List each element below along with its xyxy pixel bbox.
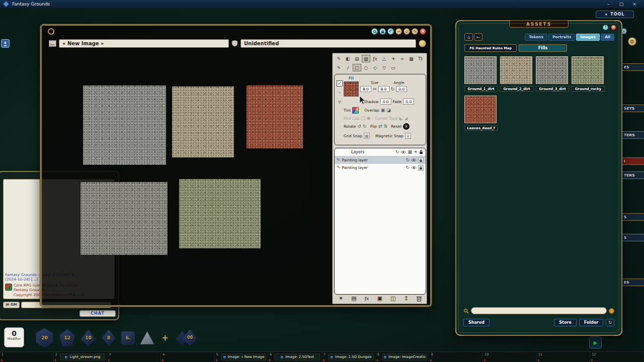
light-tool[interactable]: ☀ — [389, 55, 397, 62]
fill-enabled-checkbox[interactable]: ✓ — [337, 80, 343, 86]
close-editor-button[interactable]: × — [420, 28, 426, 35]
flip-vertical-icon[interactable]: ⇅ — [383, 124, 387, 129]
size-link-icon[interactable]: ⇔ — [373, 87, 377, 92]
layers-light-icon[interactable]: ☀ — [414, 150, 418, 154]
fill-swatch[interactable] — [344, 81, 359, 97]
tint-color-swatch[interactable] — [352, 107, 359, 114]
layer-visibility-icon[interactable] — [411, 166, 417, 169]
speaker-identity-chip[interactable]: GM — [3, 302, 20, 308]
layer-lock-button[interactable] — [418, 165, 424, 170]
sidebar-toggle-button[interactable] — [1, 39, 10, 48]
shapes-tool[interactable]: △ — [380, 55, 388, 62]
box-tool[interactable]: ▭ — [389, 64, 397, 71]
shade-window-button[interactable]: ▫ — [404, 28, 410, 35]
rotate-ccw-icon[interactable]: ↺ — [358, 124, 362, 129]
overlap-mode-b-icon[interactable]: ◪ — [386, 108, 391, 113]
edge-tab[interactable]: TERS — [621, 131, 644, 139]
edge-tab[interactable]: SETS — [621, 105, 644, 112]
polygon-tool[interactable]: ◇ — [371, 64, 379, 71]
layer-visibility-icon[interactable] — [411, 158, 417, 162]
hotkey-slot[interactable]: 6Image: 2.5DTest — [268, 352, 322, 362]
die-d12[interactable]: 12 — [59, 329, 75, 347]
picker-icon[interactable]: ✎ — [338, 91, 342, 96]
texture-stamp[interactable] — [179, 179, 261, 248]
roll-plus-button[interactable]: + — [159, 333, 171, 343]
maximize-button[interactable]: □ — [615, 2, 628, 7]
reset-button[interactable]: × — [403, 123, 410, 130]
asset-search-input[interactable] — [471, 307, 607, 314]
edge-tab[interactable]: ES — [621, 279, 644, 286]
close-button[interactable]: × — [628, 2, 641, 7]
text-tool[interactable]: Tt — [416, 55, 425, 62]
hotkey-slot[interactable]: 8Image: ImageCreatio — [376, 352, 430, 362]
asset-thumbnail[interactable] — [536, 56, 568, 84]
hotkey-slot[interactable]: 4 — [161, 352, 215, 362]
layers-grid-icon[interactable]: ▦ — [408, 150, 412, 154]
back-button[interactable]: ← — [474, 33, 482, 41]
line-tool[interactable]: ∕ — [344, 64, 352, 71]
assets-close-button[interactable]: × — [611, 25, 616, 30]
refresh-button[interactable]: ↻ — [606, 319, 614, 326]
hotkey-slot[interactable]: 2Light_stream.png — [54, 352, 108, 362]
duplicate-icon[interactable]: ◫ — [390, 295, 395, 302]
shadow-input[interactable] — [380, 99, 391, 105]
shared-button[interactable]: Shared — [463, 319, 490, 326]
angle-rotate-icon[interactable]: ↻ — [391, 87, 395, 92]
edge-tab[interactable]: S — [621, 213, 644, 221]
lock-button[interactable] — [379, 28, 386, 35]
assets-title-tab[interactable]: ASSETS — [509, 20, 569, 28]
rectangle-tool[interactable]: □ — [353, 64, 361, 71]
asset-thumbnail[interactable] — [500, 56, 532, 84]
die-d4[interactable] — [140, 331, 154, 345]
tool-menu-button[interactable]: ▼ TOOL — [596, 11, 634, 18]
modifier-box[interactable]: 0 Modifier — [4, 327, 24, 347]
category-fills-button[interactable]: Fills — [519, 44, 567, 52]
texture-stamp[interactable] — [83, 85, 166, 165]
layer-row[interactable]: ✎ Painting layer ↻ — [335, 156, 426, 164]
texture-stamp[interactable] — [80, 182, 168, 255]
hotkey-slot[interactable]: 7Image: 2.5D Dungeo — [322, 352, 376, 362]
hotkey-slot[interactable]: 12 — [590, 352, 644, 362]
tab-tokens[interactable]: Tokens — [525, 34, 547, 41]
die-d6[interactable]: 6. — [121, 331, 135, 345]
module-filter-button[interactable]: FG Haunted Ruins Map — [464, 44, 517, 52]
hotkey-slot[interactable]: 5Image: « New Image — [215, 352, 269, 362]
chat-button[interactable]: CHAT — [79, 310, 116, 317]
gear-icon[interactable]: ⚙ — [628, 37, 636, 46]
die-d8[interactable]: 8 — [101, 330, 116, 346]
magnetic-snap-toggle[interactable]: ∪ — [405, 133, 411, 139]
tab-portraits[interactable]: Portraits — [548, 34, 575, 41]
magic-wand-icon[interactable]: ✶ — [339, 295, 343, 302]
stamp-icon[interactable]: ▼ — [338, 100, 342, 105]
home-button[interactable]: ⌂ — [464, 33, 473, 41]
texture-stamp[interactable] — [247, 85, 303, 148]
asset-thumbnail[interactable] — [464, 96, 497, 123]
layer-link-icon[interactable]: ↻ — [406, 165, 410, 170]
undo-button[interactable]: ↶ — [387, 28, 394, 35]
effects-icon[interactable]: ƒx — [365, 296, 369, 301]
export-icon[interactable]: ↥ — [404, 295, 409, 302]
radial-menu-button[interactable] — [419, 40, 426, 47]
image-title-field[interactable] — [59, 39, 229, 48]
mask-tool[interactable]: ◧ — [344, 55, 352, 62]
edge-tab[interactable]: I — [621, 157, 644, 165]
add-layer-icon[interactable]: ▤ — [351, 295, 356, 302]
layer-link-icon[interactable]: ↻ — [406, 158, 410, 162]
overlap-mode-a-icon[interactable]: ▣ — [381, 108, 385, 113]
search-option-button[interactable] — [609, 308, 614, 314]
link-tool[interactable]: ∞ — [398, 55, 407, 62]
fade-input[interactable] — [403, 99, 414, 105]
tab-images[interactable]: Images — [576, 34, 600, 41]
lock-icon[interactable] — [419, 150, 423, 154]
pencil-tool[interactable]: ✎ — [335, 64, 343, 71]
hotkey-slot[interactable]: 11 — [537, 352, 591, 362]
flip-horizontal-icon[interactable]: ⇄ — [378, 124, 382, 129]
texture-stamp[interactable] — [172, 86, 234, 157]
ellipse-tool[interactable]: ○ — [362, 64, 370, 71]
eye-icon[interactable] — [400, 150, 406, 154]
die-d100[interactable]: 00 — [176, 329, 199, 346]
hotkey-slot[interactable]: 9 — [429, 352, 483, 362]
play-button[interactable]: ▶ — [589, 336, 602, 348]
edge-tab[interactable]: S — [621, 234, 644, 241]
new-folder-icon[interactable]: ▣ — [377, 295, 382, 302]
